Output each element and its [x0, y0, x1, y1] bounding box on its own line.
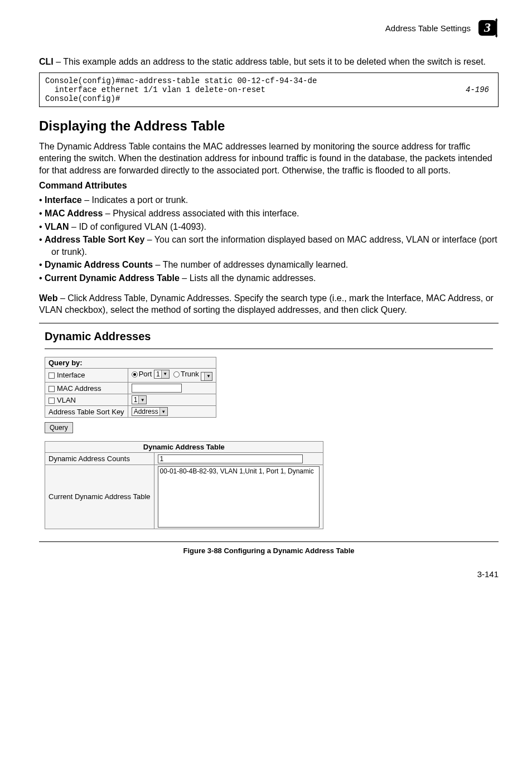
interface-label: Interface	[57, 371, 85, 379]
header-section-title: Address Table Settings	[385, 23, 471, 33]
port-radio[interactable]	[132, 371, 138, 378]
cli-page-ref: 4-196	[466, 85, 489, 94]
query-row-vlan: VLAN 1▼	[45, 394, 216, 406]
cli-intro-paragraph: CLI – This example adds an address to th…	[39, 56, 499, 68]
web-text: – Click Address Table, Dynamic Addresses…	[39, 293, 494, 315]
figure-divider	[45, 349, 493, 349]
vlan-checkbox[interactable]	[49, 398, 55, 404]
counts-value[interactable]: 1	[158, 454, 303, 463]
mac-checkbox[interactable]	[49, 386, 55, 392]
attr-current-table: Current Dynamic Address Table – Lists al…	[39, 272, 499, 284]
query-row-mac: MAC Address	[45, 382, 216, 394]
cli-code-block: Console(config)#mac-address-table static…	[39, 72, 499, 107]
query-row-sortkey: Address Table Sort Key Address▼	[45, 406, 216, 418]
port-select[interactable]: 1▼	[154, 370, 170, 379]
cli-intro-text: – This example adds an address to the st…	[54, 57, 486, 66]
command-attributes-heading: Command Attributes	[39, 181, 499, 191]
list-item[interactable]: 00-01-80-4B-82-93, VLAN 1,Unit 1, Port 1…	[160, 467, 317, 475]
cli-line1: Console(config)#mac-address-table static…	[45, 76, 317, 85]
port-label: Port	[139, 370, 152, 378]
vlan-label: VLAN	[57, 396, 76, 404]
figure-dynamic-addresses: Dynamic Addresses Query by: Interface Po…	[39, 323, 499, 542]
cli-line2: interface ethernet 1/1 vlan 1 delete-on-…	[45, 85, 265, 94]
chapter-badge: 3	[476, 17, 499, 39]
cli-line3: Console(config)#	[45, 94, 120, 103]
attr-dynamic-counts: Dynamic Address Counts – The number of a…	[39, 259, 499, 271]
query-button[interactable]: Query	[45, 422, 73, 433]
trunk-radio[interactable]	[173, 371, 180, 378]
chevron-down-icon: ▼	[204, 373, 212, 380]
chapter-number: 3	[484, 20, 491, 35]
query-by-table: Query by: Interface Port 1▼ Trunk ▼ MAC …	[45, 357, 216, 418]
attr-interface: Interface – Indicates a port or trunk.	[39, 194, 499, 206]
vlan-select[interactable]: 1▼	[132, 395, 147, 404]
attr-mac-address: MAC Address – Physical address associate…	[39, 207, 499, 220]
sortkey-select[interactable]: Address▼	[132, 407, 168, 416]
section-description: The Dynamic Address Table contains the M…	[39, 141, 499, 177]
page-number: 3-141	[39, 569, 499, 579]
counts-label: Dynamic Address Counts	[45, 453, 154, 465]
dat-row-counts: Dynamic Address Counts 1	[45, 453, 323, 465]
chevron-down-icon: ▼	[159, 408, 167, 415]
current-table-listbox[interactable]: 00-01-80-4B-82-93, VLAN 1,Unit 1, Port 1…	[158, 466, 320, 528]
mac-input[interactable]	[132, 384, 182, 393]
query-row-interface: Interface Port 1▼ Trunk ▼	[45, 368, 216, 382]
trunk-label: Trunk	[181, 370, 199, 378]
cli-label: CLI	[39, 57, 54, 66]
interface-checkbox[interactable]	[49, 373, 55, 379]
dat-row-current: Current Dynamic Address Table 00-01-80-4…	[45, 465, 323, 529]
section-heading: Displaying the Address Table	[39, 118, 499, 134]
attr-sort-key: Address Table Sort Key – You can sort th…	[39, 234, 499, 258]
attr-vlan: VLAN – ID of configured VLAN (1-4093).	[39, 221, 499, 233]
page-header: Address Table Settings 3	[39, 17, 499, 39]
web-label: Web	[39, 293, 57, 303]
mac-label: MAC Address	[57, 384, 101, 393]
dat-header: Dynamic Address Table	[45, 442, 323, 453]
dynamic-address-table: Dynamic Address Table Dynamic Address Co…	[45, 441, 323, 529]
command-attributes-list: Interface – Indicates a port or trunk. M…	[39, 194, 499, 284]
web-instructions: Web – Click Address Table, Dynamic Addre…	[39, 292, 499, 316]
current-table-label: Current Dynamic Address Table	[45, 465, 154, 529]
chevron-down-icon: ▼	[138, 396, 146, 404]
figure-caption: Figure 3-88 Configuring a Dynamic Addres…	[39, 546, 499, 555]
figure-title: Dynamic Addresses	[45, 330, 493, 343]
query-by-header: Query by:	[45, 357, 216, 368]
trunk-select[interactable]: ▼	[201, 372, 212, 381]
sortkey-label: Address Table Sort Key	[45, 406, 128, 418]
chevron-down-icon: ▼	[161, 370, 169, 378]
